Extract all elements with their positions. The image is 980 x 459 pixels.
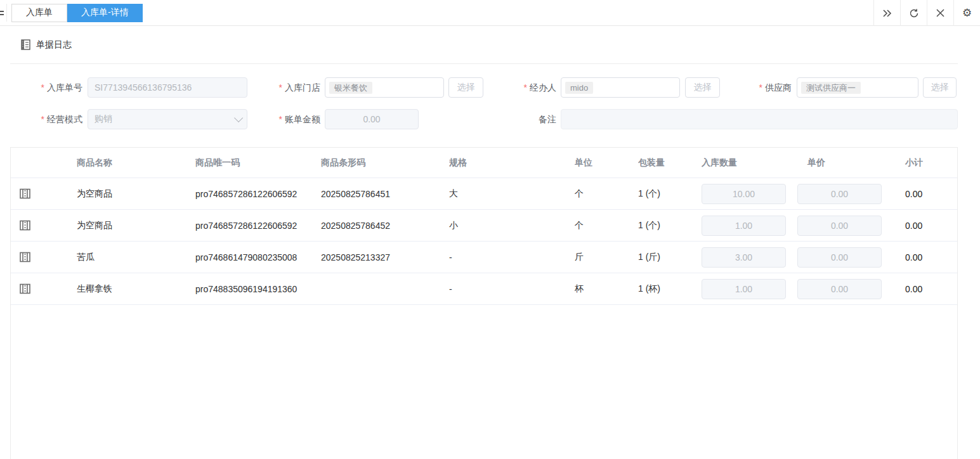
tab-inbound-detail[interactable]: 入库单-详情: [67, 4, 143, 22]
handler-label: *经办人: [501, 77, 556, 98]
product-spec: -: [449, 252, 575, 262]
remark-label: 备注: [501, 109, 556, 129]
package-quantity: 1 (斤): [638, 252, 702, 263]
product-barcode: 20250825786452: [321, 221, 449, 231]
unit-price-input[interactable]: [797, 184, 882, 204]
delete-row-icon[interactable]: [18, 251, 31, 264]
document-log-icon: [21, 39, 30, 50]
store-field[interactable]: 银米餐饮: [325, 77, 444, 98]
product-barcode: 20250825213327: [321, 252, 449, 262]
product-unique-code: pro746857286122606592: [195, 189, 321, 199]
table-row: 生椰拿铁 pro748835096194191360 - 杯 1 (杯) 0.0…: [11, 273, 957, 305]
header-package: 包装量: [638, 157, 702, 169]
product-barcode: 20250825786451: [321, 189, 449, 199]
unit-price-input[interactable]: [797, 279, 882, 299]
chevron-down-icon: [234, 113, 243, 122]
order-no-field: SI771394566136795136: [88, 77, 247, 98]
inbound-qty-input[interactable]: [702, 279, 786, 299]
table-body: 为空商品 pro746857286122606592 2025082578645…: [11, 178, 957, 305]
header-qty: 入库数量: [702, 157, 797, 169]
product-name: 为空商品: [77, 188, 195, 200]
handler-select-button[interactable]: 选择: [685, 77, 720, 98]
header-name: 商品名称: [77, 157, 195, 169]
handler-field[interactable]: mido: [561, 77, 680, 98]
settings-gear-icon[interactable]: ⚙: [953, 0, 980, 26]
product-unique-code: pro748835096194191360: [195, 284, 321, 294]
remark-field[interactable]: [561, 109, 958, 129]
inbound-form: *入库单号 SI771394566136795136 *入库门店 银米餐饮 选择…: [0, 63, 980, 146]
tab-strip: 入库单 入库单-详情: [11, 4, 143, 22]
supplier-field[interactable]: 测试供应商一: [797, 77, 918, 98]
order-no-label: *入库单号: [0, 77, 82, 98]
header-unique-code: 商品唯一码: [195, 157, 321, 169]
toolbar-row: 单据日志: [0, 26, 980, 63]
product-name: 为空商品: [77, 220, 195, 231]
subtotal-value: 0.00: [895, 284, 957, 294]
double-chevron-right-icon[interactable]: [873, 0, 900, 26]
collapsed-menu-icon[interactable]: [0, 9, 4, 18]
unit-price-input[interactable]: [797, 216, 882, 236]
product-spec: 小: [449, 220, 575, 231]
product-unit: 个: [575, 188, 638, 200]
tab-actions: ⚙: [873, 0, 980, 26]
subtotal-value: 0.00: [895, 221, 957, 231]
mode-select[interactable]: 购销: [88, 109, 247, 129]
subtotal-value: 0.00: [895, 252, 957, 262]
product-unit: 斤: [575, 252, 638, 263]
header-unit: 单位: [575, 157, 638, 169]
refresh-icon[interactable]: [900, 0, 927, 26]
inbound-qty-input[interactable]: [702, 184, 786, 204]
table-row: 为空商品 pro746857286122606592 2025082578645…: [11, 210, 957, 242]
inbound-qty-input[interactable]: [702, 247, 786, 268]
bill-amount-field: 0.00: [325, 109, 419, 129]
store-label: *入库门店: [260, 77, 320, 98]
product-unit: 杯: [575, 283, 638, 295]
product-unique-code: pro746857286122606592: [195, 221, 321, 231]
delete-row-icon[interactable]: [18, 188, 31, 200]
items-table: 商品名称 商品唯一码 商品条形码 规格 单位 包装量 入库数量 单价 小计 为空…: [10, 147, 958, 459]
delete-row-icon[interactable]: [18, 283, 31, 295]
supplier-tag: 测试供应商一: [801, 82, 861, 94]
tabbar-divider: [6, 4, 7, 22]
supplier-select-button[interactable]: 选择: [923, 77, 957, 98]
document-log-button[interactable]: 单据日志: [21, 39, 72, 51]
subtotal-value: 0.00: [895, 189, 957, 199]
tab-bar: 入库单 入库单-详情 ⚙: [0, 0, 980, 26]
product-unit: 个: [575, 220, 638, 231]
header-barcode: 商品条形码: [321, 157, 449, 169]
mode-label: *经营模式: [0, 109, 82, 129]
document-log-label: 单据日志: [36, 39, 72, 51]
table-row: 苦瓜 pro746861479080235008 20250825213327 …: [11, 242, 957, 273]
header-price: 单价: [797, 157, 895, 169]
package-quantity: 1 (杯): [638, 283, 702, 295]
handler-tag: mido: [565, 82, 593, 94]
product-unique-code: pro746861479080235008: [195, 252, 321, 262]
header-subtotal: 小计: [895, 157, 957, 169]
bill-amount-label: *账单金额: [260, 109, 320, 129]
inbound-qty-input[interactable]: [702, 216, 786, 236]
product-spec: -: [449, 284, 575, 294]
tab-inbound-list[interactable]: 入库单: [11, 4, 67, 22]
header-spec: 规格: [449, 157, 575, 169]
delete-row-icon[interactable]: [18, 219, 31, 232]
store-tag: 银米餐饮: [329, 82, 372, 94]
package-quantity: 1 (个): [638, 220, 702, 231]
product-name: 生椰拿铁: [77, 283, 195, 295]
close-icon[interactable]: [927, 0, 953, 26]
table-row: 为空商品 pro746857286122606592 2025082578645…: [11, 178, 957, 210]
package-quantity: 1 (个): [638, 188, 702, 200]
table-header-row: 商品名称 商品唯一码 商品条形码 规格 单位 包装量 入库数量 单价 小计: [11, 148, 957, 178]
product-name: 苦瓜: [77, 252, 195, 263]
supplier-label: *供应商: [735, 77, 792, 98]
unit-price-input[interactable]: [797, 247, 882, 268]
store-select-button[interactable]: 选择: [448, 77, 483, 98]
product-spec: 大: [449, 188, 575, 200]
